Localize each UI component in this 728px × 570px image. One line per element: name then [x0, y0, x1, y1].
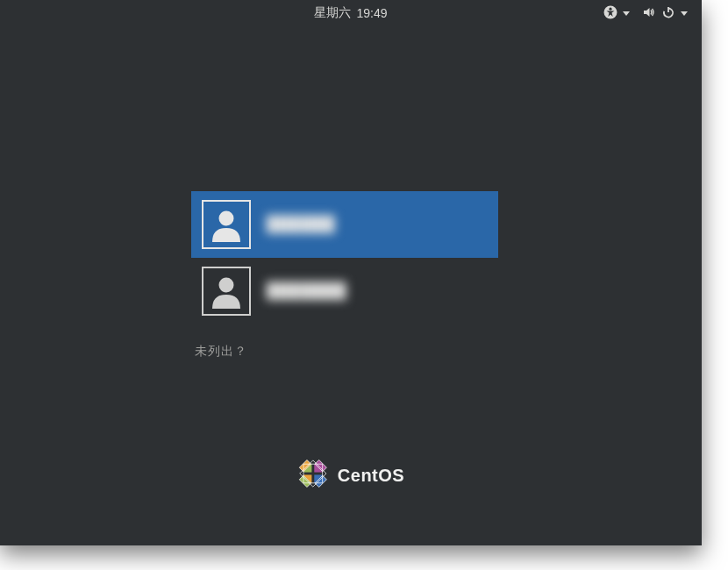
branding: CentOS [297, 458, 404, 493]
volume-icon [642, 5, 656, 22]
svg-point-1 [609, 7, 611, 10]
power-icon [661, 5, 675, 22]
login-screen: 星期六 19:49 [0, 0, 702, 545]
accessibility-menu[interactable] [603, 5, 630, 22]
username-label: ███████ [267, 282, 346, 300]
username-label: ██████ [267, 216, 335, 233]
chevron-down-icon [623, 11, 630, 16]
svg-point-5 [219, 278, 234, 293]
user-item[interactable]: ██████ [191, 191, 498, 258]
top-bar: 星期六 19:49 [0, 0, 702, 26]
not-listed-button[interactable]: 未列出？ [195, 344, 498, 360]
user-item[interactable]: ███████ [191, 258, 498, 324]
accessibility-icon [603, 5, 617, 22]
avatar [202, 200, 251, 249]
avatar [202, 267, 251, 316]
centos-logo-icon [297, 458, 329, 493]
user-list: ██████ ███████ 未列出？ [191, 191, 498, 360]
chevron-down-icon [681, 11, 688, 16]
clock-area[interactable]: 星期六 19:49 [314, 5, 387, 21]
top-bar-right [603, 0, 688, 26]
svg-point-4 [219, 211, 234, 226]
time-label: 19:49 [356, 6, 387, 20]
day-label: 星期六 [314, 5, 351, 21]
system-menu[interactable] [642, 5, 688, 22]
brand-name: CentOS [338, 466, 404, 486]
